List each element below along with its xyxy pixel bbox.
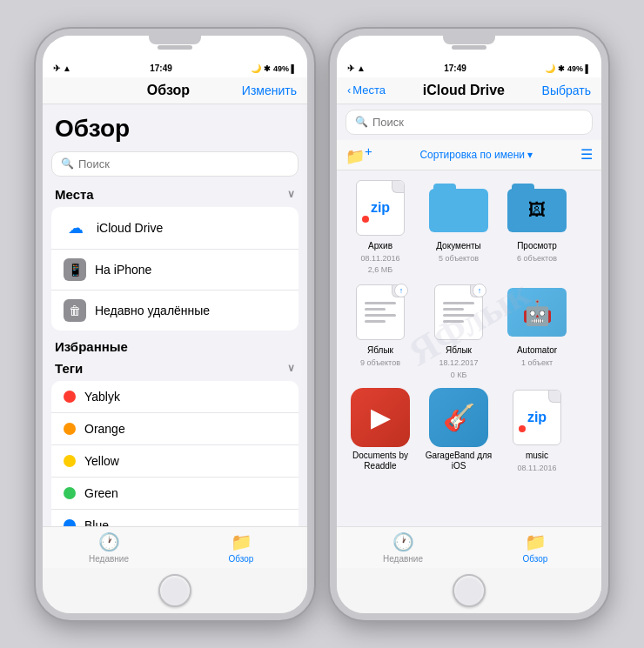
nav-action-1[interactable]: Изменить bbox=[242, 84, 297, 97]
status-left-1: ✈ ▲ bbox=[53, 63, 71, 73]
time-2: 17:49 bbox=[444, 63, 466, 73]
automator-icon-container: 🤖 bbox=[506, 282, 568, 343]
search-bar-1[interactable]: 🔍 bbox=[51, 151, 299, 177]
dl1 bbox=[365, 302, 396, 304]
tag-green[interactable]: Green bbox=[51, 478, 299, 510]
tag-yellow[interactable]: Yellow bbox=[51, 445, 299, 478]
add-folder-icon[interactable]: 📁+ bbox=[345, 144, 372, 166]
automator-icon: 🤖 bbox=[507, 288, 567, 337]
nav-back-2[interactable]: ‹ Места bbox=[347, 84, 386, 97]
airplane-icon: ✈ bbox=[53, 63, 60, 73]
tags-chevron: ∨ bbox=[287, 362, 295, 374]
icloud-icon: ☁ bbox=[64, 216, 88, 240]
content-1: Обзор 🔍 Места ∨ ☁ iCloud Drive 📱 На iPho… bbox=[43, 104, 307, 526]
file-item-automator[interactable]: 🤖 Automator 1 объект bbox=[500, 282, 574, 380]
tag-label-green: Green bbox=[84, 486, 118, 500]
home-area-2 bbox=[337, 568, 601, 613]
grid-icon[interactable]: ☰ bbox=[580, 146, 593, 163]
readdle-icon: ▶ bbox=[351, 388, 410, 447]
tab-bar-2: 🕐 Недавние 📁 Обзор bbox=[337, 526, 601, 568]
tab-recents-2[interactable]: 🕐 Недавние bbox=[337, 531, 469, 564]
tag-dot-red bbox=[64, 391, 76, 403]
nav-title-2: iCloud Drive bbox=[423, 83, 505, 98]
tag-orange[interactable]: Orange bbox=[51, 413, 299, 445]
file-item-music[interactable]: zip music 08.11.2016 bbox=[500, 387, 574, 473]
archive-meta1: 08.11.2016 bbox=[360, 254, 399, 264]
file-item-preview[interactable]: 🖼 Просмотр 6 объектов bbox=[500, 177, 574, 276]
browse-icon-2: 📁 bbox=[525, 531, 547, 552]
battery-2: 49% ▌ bbox=[567, 64, 591, 73]
recents-icon-1: 🕐 bbox=[98, 531, 120, 552]
moon-icon: 🌙 bbox=[251, 63, 261, 73]
preview-folder-body: 🖼 bbox=[507, 189, 567, 232]
list-item-trash[interactable]: 🗑 Недавно удалённые bbox=[51, 291, 299, 331]
tag-dot-yellow bbox=[64, 455, 76, 467]
doc-lines-1 bbox=[358, 291, 403, 333]
preview-folder-icon: 🖼 bbox=[507, 184, 567, 232]
list-item-icloud[interactable]: ☁ iCloud Drive bbox=[51, 207, 299, 250]
home-button-2[interactable] bbox=[453, 574, 486, 607]
tag-dot-orange bbox=[64, 423, 76, 435]
tab-recents-1[interactable]: 🕐 Недавние bbox=[43, 531, 175, 564]
wifi-icon: ▲ bbox=[63, 63, 71, 73]
yablyk2-icon-container: ↑ bbox=[427, 282, 490, 343]
status-right-1: 🌙 ✱ 49% ▌ bbox=[251, 63, 297, 73]
preview-label: Просмотр bbox=[517, 241, 557, 251]
moon-icon-2: 🌙 bbox=[545, 63, 555, 73]
zip-corner-1 bbox=[392, 181, 404, 193]
phone-2: ✈ ▲ 17:49 🌙 ✱ 49% ▌ ‹ Места iCloud Drive… bbox=[330, 29, 608, 620]
tab-bar-1: 🕐 Недавние 📁 Обзор bbox=[43, 526, 307, 568]
notch-1 bbox=[149, 36, 201, 44]
docs-icon-container bbox=[427, 177, 490, 238]
tab-browse-1[interactable]: 📁 Обзор bbox=[175, 531, 307, 564]
tags-list: Yablyk Orange Yellow Green Blue bbox=[51, 381, 299, 526]
file-grid: zip Архив 08.11.2016 2,6 МБ bbox=[337, 170, 601, 526]
archive-icon-container: zip bbox=[349, 177, 412, 238]
bt-icon: ✱ bbox=[264, 64, 271, 73]
screen-1: Обзор Изменить Обзор 🔍 Места ∨ ☁ iCloud … bbox=[43, 77, 307, 568]
upload-badge-1: ↑ bbox=[394, 284, 408, 297]
phone-top-2 bbox=[337, 36, 601, 60]
file-item-yablyk1[interactable]: ↑ Яблык 9 объектов bbox=[344, 282, 417, 380]
tag-blue[interactable]: Blue bbox=[51, 510, 299, 526]
status-right-2: 🌙 ✱ 49% ▌ bbox=[545, 63, 591, 73]
nav-bar-2: ‹ Места iCloud Drive Выбрать bbox=[337, 77, 601, 104]
file-item-archive[interactable]: zip Архив 08.11.2016 2,6 МБ bbox=[344, 177, 417, 276]
bt-icon-2: ✱ bbox=[558, 64, 565, 73]
docs-meta1: 5 объектов bbox=[439, 254, 479, 264]
status-bar-1: ✈ ▲ 17:49 🌙 ✱ 49% ▌ bbox=[43, 60, 307, 77]
recents-icon-2: 🕐 bbox=[392, 531, 414, 552]
large-title-1: Обзор bbox=[43, 108, 307, 146]
file-item-yablyk2[interactable]: ↑ Яблык 18.12.2017 0 КБ bbox=[422, 282, 495, 380]
section-tags: Теги ∨ bbox=[43, 356, 307, 377]
search-input-2[interactable] bbox=[372, 116, 583, 129]
sort-label[interactable]: Сортировка по имени ▾ bbox=[419, 149, 533, 161]
docs-label: Документы bbox=[436, 241, 481, 251]
phone-icon: 📱 bbox=[64, 258, 86, 281]
file-item-garageband[interactable]: 🎸 GarageBand для iOS bbox=[422, 387, 495, 473]
nav-title-1: Обзор bbox=[147, 83, 190, 98]
browse-label-2: Обзор bbox=[523, 554, 548, 564]
music-icon-container: zip bbox=[506, 387, 568, 448]
tag-yablyk[interactable]: Yablyk bbox=[51, 381, 299, 413]
places-label: Места bbox=[55, 187, 94, 202]
file-item-docs[interactable]: Документы 5 объектов bbox=[422, 177, 495, 276]
docs-folder-icon bbox=[429, 184, 488, 232]
home-button-1[interactable] bbox=[158, 574, 191, 607]
search-bar-2[interactable]: 🔍 bbox=[345, 110, 593, 135]
places-chevron: ∨ bbox=[287, 188, 295, 200]
music-icon: zip bbox=[513, 390, 561, 445]
list-item-iphone[interactable]: 📱 На iPhone bbox=[51, 250, 299, 291]
favorites-label: Избранные bbox=[55, 339, 128, 354]
search-input-1[interactable] bbox=[78, 157, 289, 170]
section-places: Места ∨ bbox=[43, 182, 307, 204]
yablyk1-label: Яблык bbox=[367, 345, 393, 356]
docs-folder-body bbox=[429, 189, 488, 232]
file-row-2: ↑ Яблык 9 объектов bbox=[344, 282, 594, 380]
yablyk2-meta1: 18.12.2017 bbox=[439, 358, 478, 368]
search-icon-1: 🔍 bbox=[61, 157, 74, 170]
tab-browse-2[interactable]: 📁 Обзор bbox=[469, 531, 601, 564]
nav-action-2[interactable]: Выбрать bbox=[542, 84, 591, 97]
file-item-readdle[interactable]: ▶ Documents by Readdle bbox=[344, 387, 417, 473]
archive-meta2: 2,6 МБ bbox=[368, 265, 392, 275]
